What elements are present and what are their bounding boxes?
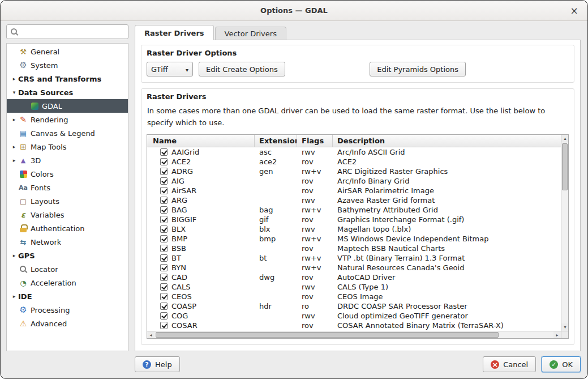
column-header-name[interactable]: Name [147, 135, 255, 147]
expand-arrow-icon[interactable]: ▸ [10, 144, 18, 150]
sidebar-item[interactable]: ▸ Rendering [7, 113, 128, 126]
edit-create-options-button[interactable]: Edit Create Options [199, 62, 285, 76]
table-row[interactable]: BMP bmp rw+v MS Windows Device Independe… [147, 234, 561, 244]
cancel-button[interactable]: Cancel [483, 356, 536, 372]
ok-button[interactable]: OK [542, 356, 581, 372]
driver-checkbox[interactable] [160, 264, 168, 271]
sidebar-item[interactable]: ▸ Map Tools [7, 140, 128, 154]
sidebar-item[interactable]: Variables [7, 208, 128, 222]
driver-checkbox[interactable] [160, 235, 168, 242]
sidebar-item[interactable]: Colors [7, 167, 128, 181]
close-icon[interactable]: × [568, 5, 580, 16]
driver-name: BYN [171, 263, 186, 272]
tab-bar: Raster Drivers Vector Drivers [135, 24, 581, 40]
table-row[interactable]: BIGGIF gif rov Graphics Interchange Form… [147, 215, 561, 224]
sidebar-item[interactable]: ▾ Data Sources [7, 86, 128, 99]
tab-raster-drivers[interactable]: Raster Drivers [135, 25, 214, 40]
edit-pyramids-options-button[interactable]: Edit Pyramids Options [370, 62, 466, 76]
column-header-description[interactable]: Description [333, 135, 561, 147]
driver-checkbox[interactable] [160, 274, 168, 281]
sidebar-item[interactable]: Authentication [7, 222, 128, 235]
table-row[interactable]: AAIGrid asc rwv Arc/Info ASCII Grid [147, 147, 561, 157]
table-row[interactable]: ADRG gen rw+v ARC Digitized Raster Graph… [147, 167, 561, 176]
table-row[interactable]: COG rwv Cloud optimized GeoTIFF generato… [147, 311, 561, 321]
settings-search[interactable] [6, 24, 128, 39]
horizontal-scrollbar[interactable] [147, 331, 561, 338]
sidebar-item[interactable]: Canvas & Legend [7, 126, 128, 140]
sidebar-item[interactable]: Network [7, 235, 128, 249]
driver-checkbox[interactable] [160, 187, 168, 194]
column-header-extension[interactable]: Extension [255, 135, 297, 147]
scrollbar-track[interactable] [154, 331, 553, 338]
table-row[interactable]: CAD dwg rov AutoCAD Driver [147, 272, 561, 282]
driver-checkbox[interactable] [160, 283, 168, 291]
sidebar-item[interactable]: ▸ GPS [7, 249, 128, 262]
table-row[interactable]: CALS rwv CALS (Type 1) [147, 282, 561, 292]
driver-flags: rov [297, 321, 333, 330]
driver-description: Maptech BSB Nautical Charts [333, 244, 561, 253]
sidebar-item[interactable]: GDAL [7, 99, 128, 113]
driver-checkbox[interactable] [160, 216, 168, 223]
table-row[interactable]: BYN rw+v Natural Resources Canada's Geoi… [147, 263, 561, 272]
column-header-flags[interactable]: Flags [297, 135, 333, 147]
expand-arrow-icon[interactable]: ▾ [10, 90, 18, 95]
vertical-scrollbar[interactable] [561, 135, 568, 331]
scroll-right-icon[interactable] [553, 331, 561, 339]
expand-arrow-icon[interactable]: ▸ [10, 293, 18, 299]
table-row[interactable]: BLX blx rwv Magellan topo (.blx) [147, 224, 561, 234]
scroll-down-icon[interactable] [561, 323, 569, 331]
driver-description: Azavea Raster Grid format [333, 196, 561, 205]
driver-select-value: GTiff [151, 65, 168, 74]
sidebar-item[interactable]: ▸ 3D [7, 154, 128, 167]
scrollbar-track[interactable] [561, 142, 568, 323]
driver-checkbox[interactable] [160, 293, 168, 300]
scrollbar-thumb[interactable] [156, 332, 499, 338]
sidebar-item[interactable]: System [7, 58, 128, 72]
expand-arrow-icon[interactable]: ▸ [10, 76, 18, 82]
table-row[interactable]: COSAR rov COSAR Annotated Binary Matrix … [147, 321, 561, 330]
driver-options-row: GTiff Edit Create Options Edit Pyramids … [147, 62, 569, 76]
table-row[interactable]: BSB rov Maptech BSB Nautical Charts [147, 244, 561, 253]
driver-checkbox[interactable] [160, 303, 168, 310]
expand-arrow-icon[interactable]: ▸ [10, 117, 18, 122]
scroll-up-icon[interactable] [561, 135, 569, 142]
sidebar-item[interactable]: Processing [7, 303, 128, 317]
expand-arrow-icon[interactable]: ▸ [10, 157, 18, 163]
driver-checkbox[interactable] [160, 312, 168, 320]
table-row[interactable]: BAG bag rw+v Bathymetry Attributed Grid [147, 205, 561, 215]
table-row[interactable]: ACE2 ace2 rov ACE2 [147, 157, 561, 167]
driver-checkbox[interactable] [160, 322, 168, 329]
driver-checkbox[interactable] [160, 168, 168, 175]
sidebar-item[interactable]: ▸ CRS and Transforms [7, 72, 128, 86]
sidebar-item[interactable]: Advanced [7, 317, 128, 330]
search-input[interactable] [18, 28, 125, 36]
driver-checkbox[interactable] [160, 254, 168, 262]
sidebar-item[interactable]: Fonts [7, 181, 128, 194]
driver-checkbox[interactable] [160, 148, 168, 156]
driver-name: BLX [171, 225, 186, 233]
table-row[interactable]: CEOS rov CEOS Image [147, 292, 561, 301]
table-row[interactable]: AIG rov Arc/Info Binary Grid [147, 176, 561, 186]
expand-arrow-icon[interactable]: ▸ [10, 253, 18, 258]
tab-vector-drivers[interactable]: Vector Drivers [215, 27, 286, 40]
sidebar-item-icon [18, 47, 28, 56]
driver-checkbox[interactable] [160, 225, 168, 233]
driver-select[interactable]: GTiff [147, 62, 193, 76]
table-row[interactable]: AirSAR rov AirSAR Polarimetric Image [147, 186, 561, 195]
help-button[interactable]: Help [135, 356, 180, 372]
table-row[interactable]: BT bt rw+v VTP .bt (Binary Terrain) 1.3 … [147, 253, 561, 263]
sidebar-item[interactable]: ▸ IDE [7, 289, 128, 303]
driver-checkbox[interactable] [160, 245, 168, 252]
driver-checkbox[interactable] [160, 197, 168, 204]
sidebar-item[interactable]: Layouts [7, 194, 128, 208]
scroll-left-icon[interactable] [147, 331, 154, 339]
sidebar-item[interactable]: General [7, 45, 128, 58]
scrollbar-thumb[interactable] [562, 143, 568, 190]
table-row[interactable]: ARG rwv Azavea Raster Grid format [147, 195, 561, 205]
sidebar-item[interactable]: Locator [7, 262, 128, 276]
table-row[interactable]: COASP hdr ro DRDC COASP SAR Processor Ra… [147, 301, 561, 311]
driver-checkbox[interactable] [160, 177, 168, 185]
driver-checkbox[interactable] [160, 158, 168, 165]
driver-checkbox[interactable] [160, 206, 168, 214]
sidebar-item[interactable]: Acceleration [7, 276, 128, 289]
